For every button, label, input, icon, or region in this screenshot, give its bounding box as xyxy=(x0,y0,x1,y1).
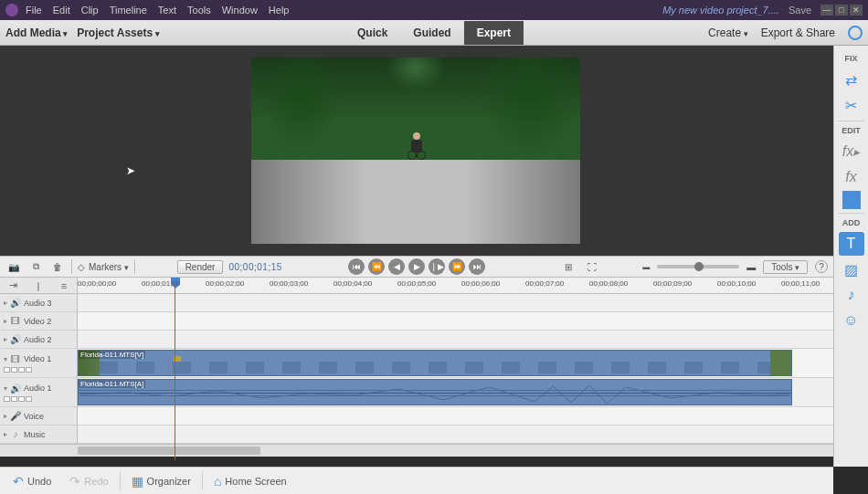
expand-icon[interactable]: ▸ xyxy=(4,299,7,307)
expand-icon[interactable]: ▾ xyxy=(4,355,7,363)
track-audio1: ▾🔊Audio 1 Florida-011.MTS[A] xyxy=(0,378,833,407)
film-icon[interactable]: 🎞 xyxy=(10,354,21,364)
fullscreen-icon[interactable]: ⛶ xyxy=(584,259,600,274)
ruler-tick: 00;00;01;00 xyxy=(142,279,180,288)
track-lane[interactable] xyxy=(78,407,833,425)
prev-frame-button[interactable]: ◀ xyxy=(388,258,405,275)
snap-icon[interactable]: ⇥ xyxy=(6,279,19,292)
step-back-button[interactable]: ⏪ xyxy=(368,258,385,275)
menu-help[interactable]: Help xyxy=(269,5,290,16)
step-forward-button[interactable]: ⏩ xyxy=(449,258,465,275)
graphics-icon[interactable]: ▨ xyxy=(839,258,864,281)
help-icon[interactable]: ? xyxy=(815,260,828,273)
tab-guided[interactable]: Guided xyxy=(400,21,463,45)
redo-button[interactable]: ↷Redo xyxy=(62,471,115,491)
ruler-tick: 00;00;10;00 xyxy=(717,279,756,288)
main-menu: File Edit Clip Timeline Text Tools Windo… xyxy=(26,5,289,16)
menu-tools[interactable]: Tools xyxy=(187,5,211,16)
project-assets-button[interactable]: Project Assets xyxy=(77,26,159,39)
track-lane[interactable] xyxy=(78,426,833,443)
track-lane[interactable] xyxy=(78,331,833,348)
cyclist-figure xyxy=(409,132,424,160)
adjust-icon[interactable]: ⇄ xyxy=(839,68,864,91)
speaker-icon[interactable]: 🔊 xyxy=(10,334,21,344)
music-icon[interactable]: ♪ xyxy=(839,283,864,307)
render-button[interactable]: Render xyxy=(177,260,224,274)
clip-video1[interactable]: Florida-011.MTS[V] xyxy=(78,350,792,376)
menu-window[interactable]: Window xyxy=(222,5,258,16)
next-frame-button[interactable]: ❘▶ xyxy=(429,258,445,275)
timecode[interactable]: 00;00;01;15 xyxy=(228,262,281,272)
redo-icon: ↷ xyxy=(69,474,80,489)
track-label: Audio 3 xyxy=(24,299,73,308)
safe-margins-icon[interactable]: ⊞ xyxy=(560,259,577,274)
expand-icon[interactable]: ▸ xyxy=(4,412,7,420)
titles-icon[interactable]: T xyxy=(839,232,864,256)
track-label: Audio 1 xyxy=(24,384,73,393)
track-lane[interactable]: Florida-011.MTS[V] xyxy=(78,349,833,377)
clip-audio1[interactable]: Florida-011.MTS[A] xyxy=(78,379,792,405)
timeline: ▸🔊Audio 3 ▸🎞Video 2 ▸🔊Audio 2 ▾🎞Video 1 … xyxy=(0,294,833,444)
color-icon[interactable] xyxy=(842,191,861,209)
fix-label: FIX xyxy=(834,51,868,66)
menu-file[interactable]: File xyxy=(26,5,42,16)
goto-start-button[interactable]: ⏮ xyxy=(348,258,365,275)
status-bar: ↶Undo ↷Redo ▦Organizer ⌂Home Screen xyxy=(0,467,833,494)
track-label: Voice xyxy=(24,412,73,421)
expand-icon[interactable]: ▾ xyxy=(4,384,7,393)
tools-dropdown[interactable]: Tools xyxy=(763,260,808,274)
grid-icon: ▦ xyxy=(132,474,143,489)
mic-icon[interactable]: 🎤 xyxy=(10,411,21,421)
fx-icon[interactable]: fx xyxy=(839,165,864,189)
create-button[interactable]: Create xyxy=(708,26,748,39)
zoom-slider[interactable] xyxy=(657,265,739,268)
track-lane[interactable]: Florida-011.MTS[A] xyxy=(78,378,833,406)
menu-clip[interactable]: Clip xyxy=(81,5,99,16)
note-icon[interactable]: ♪ xyxy=(10,429,21,439)
menu-edit[interactable]: Edit xyxy=(53,5,70,16)
video-frame[interactable] xyxy=(251,58,580,244)
track-lane[interactable] xyxy=(78,312,833,330)
undo-button[interactable]: ↶Undo xyxy=(5,471,58,491)
tools-icon[interactable]: ✂ xyxy=(839,93,864,117)
minimize-button[interactable]: — xyxy=(820,5,833,16)
expand-icon[interactable]: ▸ xyxy=(4,335,7,343)
play-button[interactable]: ▶ xyxy=(408,258,425,275)
timeline-hscrollbar[interactable] xyxy=(0,444,833,457)
fx-transition-icon[interactable]: fx▸ xyxy=(839,140,864,163)
expand-icon[interactable]: ▸ xyxy=(4,430,7,438)
cut-marker[interactable] xyxy=(174,356,181,363)
menu-timeline[interactable]: Timeline xyxy=(110,5,147,16)
audio-toggle-icon[interactable]: ≡ xyxy=(58,279,70,292)
camera-icon[interactable]: 📷 xyxy=(5,259,22,274)
expand-icon[interactable]: ▸ xyxy=(4,317,7,325)
film-icon[interactable]: 🎞 xyxy=(10,316,21,326)
duplicate-icon[interactable]: ⧉ xyxy=(27,259,44,274)
track-label: Audio 2 xyxy=(24,335,73,344)
zoom-in-icon[interactable]: ▬ xyxy=(746,262,756,272)
close-button[interactable]: ✕ xyxy=(850,5,863,16)
ruler-tick: 00;00;03;00 xyxy=(270,279,308,288)
speaker-icon[interactable]: 🔊 xyxy=(10,384,21,394)
save-button[interactable]: Save xyxy=(789,5,811,16)
more-icon[interactable]: ☺ xyxy=(839,309,864,332)
home-screen-button[interactable]: ⌂Home Screen xyxy=(206,471,294,491)
settings-icon[interactable] xyxy=(848,26,863,40)
goto-end-button[interactable]: ⏭ xyxy=(469,258,485,275)
workspace-tabs: Quick Guided Expert xyxy=(344,21,524,45)
zoom-out-icon[interactable]: ▬ xyxy=(642,263,650,271)
trash-icon[interactable]: 🗑 xyxy=(49,259,66,274)
export-share-button[interactable]: Export & Share xyxy=(761,26,835,39)
organizer-button[interactable]: ▦Organizer xyxy=(124,471,198,491)
tab-expert[interactable]: Expert xyxy=(464,21,524,45)
tab-quick[interactable]: Quick xyxy=(344,21,400,45)
project-name[interactable]: My new video project_7.... xyxy=(662,5,779,16)
menu-text[interactable]: Text xyxy=(158,5,176,16)
maximize-button[interactable]: □ xyxy=(835,5,848,16)
time-ruler[interactable]: 00;00;00;0000;00;01;0000;00;02;0000;00;0… xyxy=(78,278,833,293)
speaker-icon[interactable]: 🔊 xyxy=(10,298,21,308)
track-lane[interactable] xyxy=(78,294,833,311)
marker-icon[interactable]: ◇ xyxy=(78,262,85,272)
add-media-button[interactable]: Add Media xyxy=(5,26,68,39)
markers-label[interactable]: Markers xyxy=(89,262,129,272)
